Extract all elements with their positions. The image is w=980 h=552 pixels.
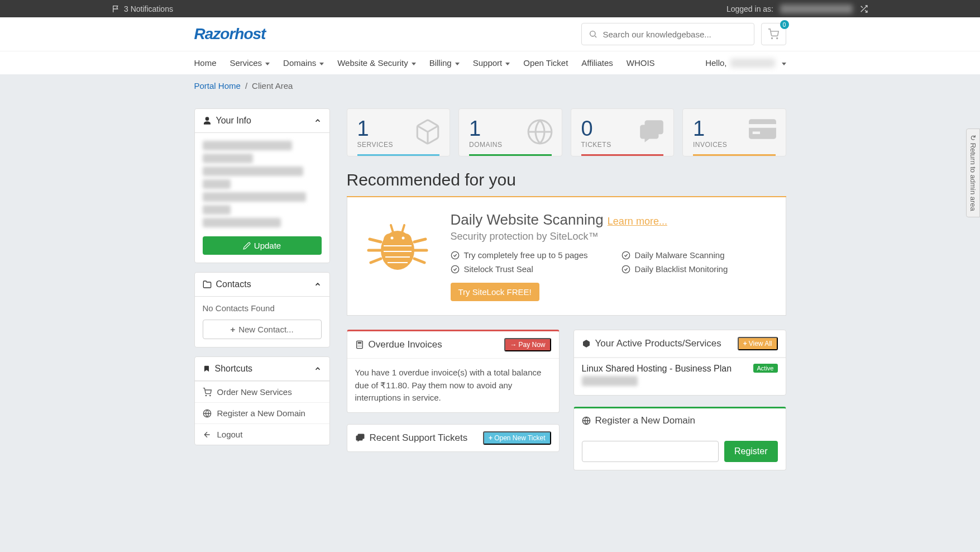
your-info-header[interactable]: Your Info [195,109,329,133]
user-icon [203,116,212,125]
reco-heading: Recommended for you [347,170,786,189]
svg-point-24 [359,346,360,347]
shuffle-icon[interactable] [859,4,868,13]
nav-website-security[interactable]: Website & Security [337,58,415,68]
header: Razorhost 0 [0,17,980,51]
breadcrumb-current: Client Area [252,81,293,91]
register-domain-title: Register a New Domain [595,415,696,426]
shortcut-register-domain[interactable]: Register a New Domain [195,402,329,423]
return-admin-tab[interactable]: ↻ Return to admin area [966,129,980,217]
flag-icon [112,4,121,13]
nav-home[interactable]: Home [194,58,217,68]
stat-tickets[interactable]: 0 TICKETS [571,108,675,156]
chevron-up-icon [314,280,322,288]
overdue-title: Overdue Invoices [369,339,442,350]
shortcuts-panel: Shortcuts Order New Services Register a … [194,356,330,445]
shortcuts-header[interactable]: Shortcuts [195,357,329,381]
globe-icon [582,416,591,425]
contacts-empty: No Contacts Found [195,297,329,320]
chevron-up-icon [314,365,322,373]
try-sitelock-button[interactable]: Try SiteLock FREE! [451,283,539,301]
box-icon [582,339,591,348]
domain-input[interactable] [582,441,719,462]
search-icon [589,30,597,39]
nav-row: Home Services Domains Website & Security… [0,51,980,74]
tickets-title: Recent Support Tickets [370,432,468,444]
svg-point-14 [451,251,458,259]
reco-subtitle: Security protection by SiteLock™ [451,231,772,242]
your-info-title: Your Info [216,116,251,126]
products-title: Your Active Products/Services [595,338,721,349]
breadcrumb: Portal Home / Client Area [0,74,980,97]
pay-now-button[interactable]: →Pay Now [504,338,551,351]
overdue-body: You have 1 overdue invoice(s) with a tot… [347,359,559,412]
breadcrumb-sep: / [245,81,247,91]
svg-rect-8 [749,124,776,128]
new-contact-button[interactable]: + New Contact... [203,320,322,339]
nav-services[interactable]: Services [230,58,270,68]
shortcut-order-services[interactable]: Order New Services [195,381,329,402]
cart-badge: 0 [780,20,789,29]
svg-point-15 [451,265,458,273]
nav-whois[interactable]: WHOIS [627,58,655,68]
search-box[interactable] [581,23,754,45]
stat-domains[interactable]: 1 DOMAINS [458,108,562,156]
register-button[interactable]: Register [724,441,778,462]
your-info-body: xxxxx xxxxx xxxxx xxxxx xxxxx xxxxx xxxx… [195,133,329,263]
cart-button[interactable]: 0 [761,23,786,45]
nav-support[interactable]: Support [473,58,510,68]
nav-domains[interactable]: Domains [283,58,324,68]
contacts-panel: Contacts No Contacts Found + New Contact… [194,272,330,348]
folder-icon [203,280,212,289]
register-domain-card: Register a New Domain Register [573,407,786,470]
plus-icon: + [230,325,235,334]
overdue-invoices-card: Overdue Invoices →Pay Now You have 1 ove… [347,330,560,413]
username [730,59,775,68]
svg-rect-7 [749,119,776,139]
contacts-title: Contacts [216,279,251,289]
shortcuts-title: Shortcuts [215,364,253,374]
nav-open-ticket[interactable]: Open Ticket [523,58,568,68]
status-badge: Active [753,364,778,373]
nav-affiliates[interactable]: Affiliates [581,58,613,68]
notification-count[interactable]: 3 Notifications [124,4,173,13]
svg-point-13 [401,237,404,240]
chevron-up-icon [314,117,322,125]
card-icon [747,118,778,140]
product-row[interactable]: Linux Shared Hosting - Business Plan xxx… [574,358,786,395]
your-info-panel: Your Info xxxxx xxxxx xxxxx xxxxx xxxxx … [194,108,330,263]
active-products-card: Your Active Products/Services +View All … [573,330,786,396]
bug-icon [361,211,434,301]
svg-point-3 [205,395,206,396]
svg-point-23 [357,346,358,347]
user-menu[interactable]: Hello, [705,58,786,68]
contacts-header[interactable]: Contacts [195,273,329,297]
svg-point-2 [777,38,778,39]
svg-point-22 [361,345,361,345]
open-new-ticket-button[interactable]: +Open New Ticket [483,431,551,445]
reco-learn-more[interactable]: Learn more... [608,216,667,227]
svg-rect-9 [752,131,759,134]
chevron-down-icon [778,58,786,68]
update-button[interactable]: Update [203,236,322,255]
view-all-button[interactable]: +View All [738,337,778,350]
svg-rect-11 [384,234,412,246]
bookmark-icon [203,364,211,373]
logo[interactable]: Razorhost [194,25,266,43]
shortcut-logout[interactable]: Logout [195,423,329,445]
logged-in-user [780,4,853,13]
reco-card: Daily Website Scanning Learn more... Sec… [347,197,786,316]
svg-point-1 [772,38,773,39]
refresh-icon: ↻ [969,135,977,141]
chat-icon [638,118,666,146]
breadcrumb-home[interactable]: Portal Home [194,81,241,91]
comments-icon [355,433,365,443]
product-name: Linux Shared Hosting - Business Plan [582,364,732,374]
stat-services[interactable]: 1 SERVICES [347,108,451,156]
stat-invoices[interactable]: 1 INVOICES [682,108,786,156]
svg-point-16 [622,251,629,259]
svg-point-25 [361,346,361,347]
reco-title: Daily Website Scanning [451,211,604,228]
nav-billing[interactable]: Billing [429,58,460,68]
search-input[interactable] [603,30,747,39]
